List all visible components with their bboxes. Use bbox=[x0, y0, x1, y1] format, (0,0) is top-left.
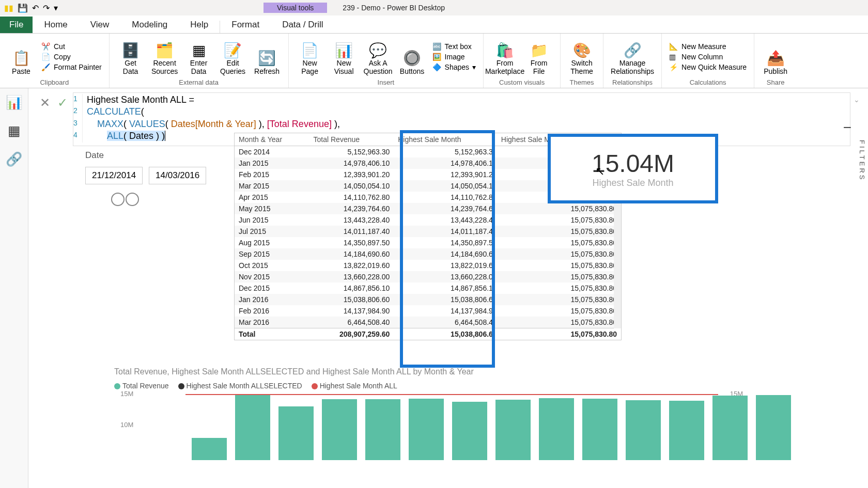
report-view-icon[interactable]: 📊 bbox=[6, 95, 22, 111]
chart-bar[interactable] bbox=[756, 395, 791, 460]
table-header[interactable]: Month & Year bbox=[235, 133, 309, 146]
textbox-button[interactable]: 🔤Text box bbox=[432, 42, 472, 51]
chart-bar[interactable] bbox=[322, 399, 357, 460]
powerbi-icon: ▮▮ bbox=[4, 3, 13, 13]
switch-theme-button[interactable]: 🎨Switch Theme bbox=[565, 39, 599, 77]
slider-handle-right[interactable] bbox=[126, 193, 139, 206]
chart-bar[interactable] bbox=[365, 399, 400, 460]
group-label: Themes bbox=[570, 77, 594, 88]
chart-bar[interactable] bbox=[495, 400, 531, 461]
chart-bar[interactable] bbox=[452, 402, 487, 460]
palette-icon: 🎨 bbox=[573, 41, 591, 59]
tab-format[interactable]: Format bbox=[220, 17, 271, 33]
table-row[interactable]: Jun 201513,443,228.4013,443,228.415,075,… bbox=[235, 214, 621, 226]
cursor-icon: ↖ bbox=[595, 165, 605, 178]
group-calculations: 📐New Measure ▥New Column ⚡New Quick Meas… bbox=[662, 34, 754, 88]
publish-button[interactable]: 📤Publish bbox=[758, 47, 793, 77]
chart-bar[interactable] bbox=[539, 398, 574, 460]
table-row[interactable]: Sep 201514,184,690.6014,184,690.615,075,… bbox=[235, 248, 621, 260]
tab-help[interactable]: Help bbox=[179, 17, 220, 33]
publish-icon: 📤 bbox=[767, 49, 785, 68]
table-header[interactable]: Total Revenue bbox=[309, 133, 394, 146]
redo-icon[interactable]: ↷ bbox=[43, 3, 50, 13]
tab-modeling[interactable]: Modeling bbox=[120, 17, 179, 33]
table-row[interactable]: Jul 201514,011,187.4014,011,187.415,075,… bbox=[235, 226, 621, 237]
copy-button[interactable]: 📄Copy bbox=[41, 53, 71, 61]
edit-queries-button[interactable]: 📝Edit Queries bbox=[216, 39, 250, 77]
shapes-icon: 🔷 bbox=[432, 63, 442, 71]
chart-bar[interactable] bbox=[712, 396, 748, 460]
format-painter-button[interactable]: 🖌️Format Painter bbox=[41, 63, 102, 71]
image-button[interactable]: 🖼️Image bbox=[432, 53, 465, 61]
paste-button[interactable]: 📋Paste bbox=[4, 47, 38, 77]
scissors-icon: ✂️ bbox=[41, 42, 51, 51]
table-row[interactable]: Nov 201513,660,228.0013,660,228.015,075,… bbox=[235, 271, 621, 282]
file-tab[interactable]: File bbox=[0, 17, 33, 33]
buttons-button[interactable]: 🔘Buttons bbox=[395, 47, 429, 77]
formula-expand-icon[interactable]: ⌄ bbox=[850, 92, 863, 107]
new-page-button[interactable]: 📄New Page bbox=[293, 39, 327, 77]
cancel-formula-button[interactable]: ✕ bbox=[40, 96, 50, 110]
table-row[interactable]: Feb 201614,137,984.9014,137,984.915,075,… bbox=[235, 305, 621, 317]
cut-button[interactable]: ✂️Cut bbox=[41, 42, 65, 51]
chart-bar[interactable] bbox=[278, 406, 314, 460]
save-icon[interactable]: 💾 bbox=[18, 3, 28, 13]
shapes-button[interactable]: 🔷Shapes ▾ bbox=[432, 63, 476, 71]
table-row[interactable]: May 201514,239,764.6014,239,764.615,075,… bbox=[235, 203, 621, 214]
tab-home[interactable]: Home bbox=[33, 17, 79, 33]
date-slicer[interactable]: Date 21/12/2014 14/03/2016 bbox=[85, 150, 206, 207]
table-total-row: Total208,907,259.6015,038,806.615,075,83… bbox=[235, 328, 621, 340]
model-view-icon[interactable]: 🔗 bbox=[6, 151, 22, 167]
group-insert: 📄New Page 📊New Visual 💬Ask A Question 🔘B… bbox=[289, 34, 484, 88]
table-row[interactable]: Aug 201514,350,897.5014,350,897.515,075,… bbox=[235, 237, 621, 248]
slicer-to-date[interactable]: 14/03/2016 bbox=[149, 167, 206, 184]
chart-bar[interactable] bbox=[626, 400, 661, 460]
slicer-slider[interactable] bbox=[85, 193, 206, 207]
group-share: 📤Publish Share bbox=[754, 34, 797, 88]
chart-bar[interactable] bbox=[235, 395, 270, 460]
undo-icon[interactable]: ↶ bbox=[32, 3, 39, 13]
recent-icon: 🗂️ bbox=[156, 41, 174, 59]
table-header[interactable]: Highest Sale Month bbox=[394, 133, 497, 146]
chart-bar[interactable] bbox=[192, 438, 227, 460]
commit-formula-button[interactable]: ✓ bbox=[57, 96, 68, 110]
new-visual-button[interactable]: 📊New Visual bbox=[327, 39, 361, 77]
tab-data-drill[interactable]: Data / Drill bbox=[271, 17, 334, 33]
manage-relationships-button[interactable]: 🔗Manage Relationships bbox=[608, 39, 657, 77]
qat-dropdown-icon[interactable]: ▾ bbox=[54, 3, 58, 13]
refresh-button[interactable]: 🔄Refresh bbox=[250, 47, 284, 77]
new-measure-button[interactable]: 📐New Measure bbox=[669, 42, 726, 51]
contextual-tab-label: Visual tools bbox=[264, 3, 327, 13]
chart-bar[interactable] bbox=[409, 399, 444, 460]
from-marketplace-button[interactable]: 🛍️From Marketplace bbox=[488, 39, 522, 77]
filters-pane-tab[interactable]: FILTERS bbox=[858, 140, 866, 182]
table-row[interactable]: Mar 20166,464,508.406,464,508.415,075,83… bbox=[235, 317, 621, 328]
tab-view[interactable]: View bbox=[79, 17, 121, 33]
data-view-icon[interactable]: ▦ bbox=[8, 123, 21, 139]
group-external-data: 🗄️Get Data 🗂️Recent Sources ▦Enter Data … bbox=[110, 34, 289, 88]
chart-bar[interactable] bbox=[582, 399, 617, 460]
table-row[interactable]: Jan 201615,038,806.6015,038,806.615,075,… bbox=[235, 294, 621, 305]
group-label: Custom visuals bbox=[499, 77, 545, 88]
group-label: Relationships bbox=[612, 77, 653, 88]
group-themes: 🎨Switch Theme Themes bbox=[561, 34, 603, 88]
recent-sources-button[interactable]: 🗂️Recent Sources bbox=[148, 39, 182, 77]
chart-bar[interactable] bbox=[669, 401, 704, 460]
new-quick-measure-button[interactable]: ⚡New Quick Measure bbox=[669, 63, 747, 71]
table-row[interactable]: Oct 201513,822,019.6013,822,019.615,075,… bbox=[235, 260, 621, 271]
document-title: 239 - Demo - Power BI Desktop bbox=[343, 4, 445, 12]
collapse-pane-icon[interactable]: − bbox=[843, 119, 851, 136]
enter-data-button[interactable]: ▦Enter Data bbox=[182, 39, 216, 77]
table-row[interactable]: Dec 201514,867,856.1014,867,856.115,075,… bbox=[235, 282, 621, 294]
chart-icon: 📊 bbox=[335, 41, 353, 59]
from-file-button[interactable]: 📁From File bbox=[522, 39, 556, 77]
group-label: External data bbox=[179, 77, 219, 88]
new-column-button[interactable]: ▥New Column bbox=[669, 53, 723, 61]
ask-question-button[interactable]: 💬Ask A Question bbox=[361, 39, 395, 77]
slider-handle-left[interactable] bbox=[111, 193, 125, 206]
chart-reference-line bbox=[185, 394, 718, 395]
bar-chart-visual[interactable]: Total Revenue, Highest Sale Month ALLSEL… bbox=[114, 367, 749, 460]
slicer-from-date[interactable]: 21/12/2014 bbox=[85, 167, 143, 184]
card-visual[interactable]: 15.04M Highest Sale Month ↖ bbox=[548, 134, 718, 203]
get-data-button[interactable]: 🗄️Get Data bbox=[114, 39, 148, 77]
